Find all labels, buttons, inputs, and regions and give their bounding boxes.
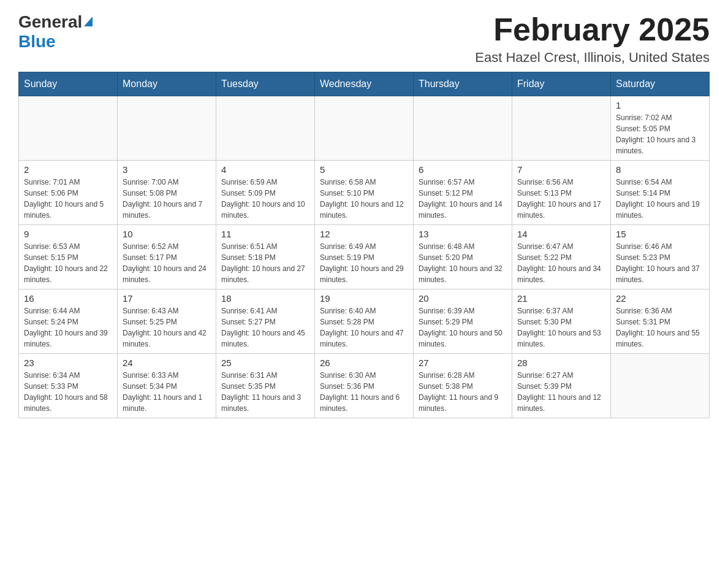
- day-number: 10: [123, 229, 211, 239]
- calendar-day-cell: 10Sunrise: 6:52 AM Sunset: 5:17 PM Dayli…: [118, 225, 216, 289]
- logo-general-text: General: [18, 12, 82, 32]
- day-info: Sunrise: 7:00 AM Sunset: 5:08 PM Dayligh…: [123, 177, 211, 221]
- day-number: 13: [419, 229, 507, 239]
- weekday-header: Friday: [512, 72, 611, 96]
- day-number: 7: [517, 164, 605, 175]
- day-info: Sunrise: 6:37 AM Sunset: 5:30 PM Dayligh…: [517, 305, 605, 350]
- calendar-day-cell: 3Sunrise: 7:00 AM Sunset: 5:08 PM Daylig…: [118, 161, 216, 225]
- calendar-day-cell: 14Sunrise: 6:47 AM Sunset: 5:22 PM Dayli…: [512, 225, 611, 289]
- day-number: 3: [123, 164, 211, 175]
- weekday-header: Monday: [118, 72, 216, 96]
- calendar-day-cell: 23Sunrise: 6:34 AM Sunset: 5:33 PM Dayli…: [19, 354, 118, 418]
- day-number: 12: [320, 229, 408, 239]
- day-info: Sunrise: 6:52 AM Sunset: 5:17 PM Dayligh…: [123, 241, 211, 285]
- calendar-day-cell: 6Sunrise: 6:57 AM Sunset: 5:12 PM Daylig…: [414, 161, 512, 225]
- calendar-day-cell: 18Sunrise: 6:41 AM Sunset: 5:27 PM Dayli…: [216, 289, 315, 354]
- calendar-day-cell: 7Sunrise: 6:56 AM Sunset: 5:13 PM Daylig…: [512, 161, 611, 225]
- calendar-day-cell: 1Sunrise: 7:02 AM Sunset: 5:05 PM Daylig…: [611, 96, 710, 161]
- calendar-day-cell: 21Sunrise: 6:37 AM Sunset: 5:30 PM Dayli…: [512, 289, 611, 354]
- calendar-header-row: SundayMondayTuesdayWednesdayThursdayFrid…: [19, 72, 710, 96]
- day-info: Sunrise: 6:47 AM Sunset: 5:22 PM Dayligh…: [517, 241, 605, 285]
- calendar-day-cell: 8Sunrise: 6:54 AM Sunset: 5:14 PM Daylig…: [611, 161, 710, 225]
- calendar-day-cell: 22Sunrise: 6:36 AM Sunset: 5:31 PM Dayli…: [611, 289, 710, 354]
- day-info: Sunrise: 6:27 AM Sunset: 5:39 PM Dayligh…: [517, 370, 605, 414]
- day-info: Sunrise: 6:41 AM Sunset: 5:27 PM Dayligh…: [221, 305, 309, 350]
- day-info: Sunrise: 6:31 AM Sunset: 5:35 PM Dayligh…: [221, 370, 309, 414]
- day-number: 17: [123, 293, 211, 304]
- calendar-day-cell: 4Sunrise: 6:59 AM Sunset: 5:09 PM Daylig…: [216, 161, 315, 225]
- day-number: 2: [24, 164, 112, 175]
- calendar-subtitle: East Hazel Crest, Illinois, United State…: [475, 50, 710, 66]
- day-info: Sunrise: 6:33 AM Sunset: 5:34 PM Dayligh…: [123, 370, 211, 414]
- day-number: 26: [320, 358, 408, 368]
- title-block: February 2025 East Hazel Crest, Illinois…: [475, 12, 710, 66]
- day-number: 20: [419, 293, 507, 304]
- day-info: Sunrise: 6:59 AM Sunset: 5:09 PM Dayligh…: [221, 177, 309, 221]
- calendar-day-cell: 27Sunrise: 6:28 AM Sunset: 5:38 PM Dayli…: [414, 354, 512, 418]
- weekday-header: Saturday: [611, 72, 710, 96]
- calendar-table: SundayMondayTuesdayWednesdayThursdayFrid…: [18, 72, 710, 418]
- day-info: Sunrise: 6:46 AM Sunset: 5:23 PM Dayligh…: [616, 241, 704, 285]
- weekday-header: Sunday: [19, 72, 118, 96]
- day-info: Sunrise: 6:39 AM Sunset: 5:29 PM Dayligh…: [419, 305, 507, 350]
- day-info: Sunrise: 6:36 AM Sunset: 5:31 PM Dayligh…: [616, 305, 704, 350]
- calendar-day-cell: 25Sunrise: 6:31 AM Sunset: 5:35 PM Dayli…: [216, 354, 315, 418]
- calendar-week-row: 2Sunrise: 7:01 AM Sunset: 5:06 PM Daylig…: [19, 161, 710, 225]
- calendar-day-cell: 19Sunrise: 6:40 AM Sunset: 5:28 PM Dayli…: [315, 289, 414, 354]
- day-number: 8: [616, 164, 704, 175]
- calendar-day-cell: 13Sunrise: 6:48 AM Sunset: 5:20 PM Dayli…: [414, 225, 512, 289]
- day-number: 21: [517, 293, 605, 304]
- day-info: Sunrise: 6:34 AM Sunset: 5:33 PM Dayligh…: [24, 370, 112, 414]
- day-number: 16: [24, 293, 112, 304]
- day-number: 24: [123, 358, 211, 368]
- day-info: Sunrise: 6:48 AM Sunset: 5:20 PM Dayligh…: [419, 241, 507, 285]
- calendar-day-cell: [512, 96, 611, 161]
- day-info: Sunrise: 6:44 AM Sunset: 5:24 PM Dayligh…: [24, 305, 112, 350]
- page-header: General Blue February 2025 East Hazel Cr…: [18, 12, 710, 66]
- weekday-header: Wednesday: [315, 72, 414, 96]
- calendar-day-cell: [611, 354, 710, 418]
- day-number: 28: [517, 358, 605, 368]
- day-info: Sunrise: 6:49 AM Sunset: 5:19 PM Dayligh…: [320, 241, 408, 285]
- day-info: Sunrise: 7:01 AM Sunset: 5:06 PM Dayligh…: [24, 177, 112, 221]
- day-number: 5: [320, 164, 408, 175]
- calendar-day-cell: 15Sunrise: 6:46 AM Sunset: 5:23 PM Dayli…: [611, 225, 710, 289]
- calendar-week-row: 23Sunrise: 6:34 AM Sunset: 5:33 PM Dayli…: [19, 354, 710, 418]
- day-info: Sunrise: 6:53 AM Sunset: 5:15 PM Dayligh…: [24, 241, 112, 285]
- day-number: 15: [616, 229, 704, 239]
- day-info: Sunrise: 6:57 AM Sunset: 5:12 PM Dayligh…: [419, 177, 507, 221]
- day-info: Sunrise: 7:02 AM Sunset: 5:05 PM Dayligh…: [616, 112, 704, 156]
- calendar-day-cell: 2Sunrise: 7:01 AM Sunset: 5:06 PM Daylig…: [19, 161, 118, 225]
- logo: General Blue: [18, 12, 93, 52]
- day-number: 23: [24, 358, 112, 368]
- day-info: Sunrise: 6:56 AM Sunset: 5:13 PM Dayligh…: [517, 177, 605, 221]
- calendar-day-cell: [216, 96, 315, 161]
- day-info: Sunrise: 6:51 AM Sunset: 5:18 PM Dayligh…: [221, 241, 309, 285]
- day-info: Sunrise: 6:54 AM Sunset: 5:14 PM Dayligh…: [616, 177, 704, 221]
- day-number: 6: [419, 164, 507, 175]
- day-info: Sunrise: 6:40 AM Sunset: 5:28 PM Dayligh…: [320, 305, 408, 350]
- calendar-week-row: 9Sunrise: 6:53 AM Sunset: 5:15 PM Daylig…: [19, 225, 710, 289]
- calendar-day-cell: 20Sunrise: 6:39 AM Sunset: 5:29 PM Dayli…: [414, 289, 512, 354]
- day-number: 11: [221, 229, 309, 239]
- day-info: Sunrise: 6:30 AM Sunset: 5:36 PM Dayligh…: [320, 370, 408, 414]
- day-number: 22: [616, 293, 704, 304]
- calendar-title: February 2025: [475, 12, 710, 47]
- day-number: 9: [24, 229, 112, 239]
- logo-blue-text: Blue: [18, 32, 56, 52]
- day-number: 4: [221, 164, 309, 175]
- calendar-day-cell: 9Sunrise: 6:53 AM Sunset: 5:15 PM Daylig…: [19, 225, 118, 289]
- calendar-day-cell: 24Sunrise: 6:33 AM Sunset: 5:34 PM Dayli…: [118, 354, 216, 418]
- calendar-day-cell: [118, 96, 216, 161]
- weekday-header: Thursday: [414, 72, 512, 96]
- day-info: Sunrise: 6:43 AM Sunset: 5:25 PM Dayligh…: [123, 305, 211, 350]
- day-number: 14: [517, 229, 605, 239]
- calendar-day-cell: 17Sunrise: 6:43 AM Sunset: 5:25 PM Dayli…: [118, 289, 216, 354]
- calendar-day-cell: 16Sunrise: 6:44 AM Sunset: 5:24 PM Dayli…: [19, 289, 118, 354]
- calendar-day-cell: 26Sunrise: 6:30 AM Sunset: 5:36 PM Dayli…: [315, 354, 414, 418]
- day-number: 19: [320, 293, 408, 304]
- logo-arrow-icon: [84, 17, 93, 26]
- calendar-day-cell: [315, 96, 414, 161]
- day-number: 1: [616, 100, 704, 110]
- day-number: 27: [419, 358, 507, 368]
